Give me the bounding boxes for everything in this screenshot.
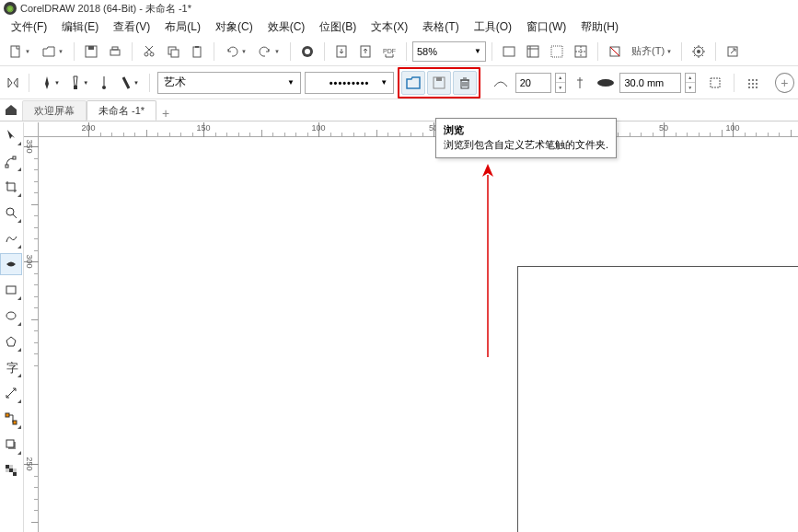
connector-tool[interactable] — [0, 408, 22, 430]
tab-welcome[interactable]: 欢迎屏幕 — [22, 100, 87, 121]
svg-point-12 — [305, 49, 310, 54]
svg-rect-49 — [6, 440, 14, 447]
calligraphic-icon[interactable]: ▼ — [116, 72, 141, 94]
fullscreen-button[interactable] — [498, 40, 520, 63]
launch-button[interactable] — [722, 40, 744, 63]
zoom-tool[interactable] — [0, 202, 22, 224]
guidelines-button[interactable] — [570, 40, 592, 63]
home-icon[interactable] — [4, 102, 18, 117]
import-button[interactable] — [330, 40, 353, 63]
svg-point-39 — [756, 87, 758, 88]
bounding-box-icon[interactable] — [705, 72, 726, 94]
width-icon — [595, 72, 616, 94]
open-button[interactable]: ▼ — [37, 40, 68, 63]
save-button[interactable] — [80, 40, 102, 63]
toolbox: 字 — [0, 122, 24, 532]
drop-shadow-tool[interactable] — [0, 434, 22, 456]
menu-file[interactable]: 文件(F) — [4, 17, 54, 37]
rectangle-tool[interactable] — [0, 279, 22, 301]
export-button[interactable] — [354, 40, 376, 63]
preset-stroke-icon[interactable]: ▼ — [37, 72, 62, 94]
tab-document[interactable]: 未命名 -1* — [87, 100, 156, 121]
svg-rect-0 — [11, 46, 19, 57]
search-button[interactable] — [296, 40, 318, 63]
menu-effect[interactable]: 效果(C) — [260, 17, 313, 37]
publish-pdf-button[interactable]: PDF — [378, 40, 400, 63]
menu-help[interactable]: 帮助(H) — [573, 17, 626, 37]
menu-window[interactable]: 窗口(W) — [519, 17, 573, 37]
paste-button[interactable] — [186, 40, 208, 63]
svg-rect-27 — [436, 77, 442, 81]
freehand-tool[interactable] — [0, 227, 22, 249]
menu-edit[interactable]: 编辑(E) — [54, 17, 106, 37]
crop-tool[interactable] — [0, 176, 22, 198]
app-icon: ◉ — [4, 2, 17, 15]
smoothing-input[interactable]: 20 — [515, 73, 551, 93]
browse-button[interactable] — [401, 71, 425, 95]
copy-button[interactable] — [162, 40, 184, 63]
mirror-horizontal-icon[interactable] — [4, 72, 21, 94]
pick-tool[interactable] — [0, 124, 22, 146]
menu-table[interactable]: 表格(T) — [415, 17, 466, 37]
zoom-level-combo[interactable]: 58%▼ — [412, 41, 486, 62]
artistic-media-tool[interactable] — [0, 253, 22, 275]
canvas[interactable] — [39, 137, 798, 532]
menu-bitmap[interactable]: 位图(B) — [312, 17, 364, 37]
tooltip: 浏览 浏览到包含自定义艺术笔触的文件夹. — [435, 118, 617, 158]
svg-point-29 — [597, 79, 614, 87]
cut-button[interactable] — [138, 40, 160, 63]
svg-rect-55 — [6, 468, 9, 472]
save-preset-button[interactable] — [427, 71, 451, 95]
new-button[interactable]: ▼ — [4, 40, 35, 63]
parallel-dim-tool[interactable] — [0, 382, 22, 404]
tooltip-body: 浏览到包含自定义艺术笔触的文件夹. — [444, 138, 608, 152]
redo-button[interactable]: ▼ — [253, 40, 284, 63]
smoothing-icon — [490, 72, 511, 94]
menu-layout[interactable]: 布局(L) — [157, 17, 208, 37]
menu-view[interactable]: 查看(V) — [106, 17, 157, 37]
text-tool[interactable]: 字 — [0, 356, 22, 378]
stroke-style-combo[interactable]: •••••••••▼ — [305, 72, 394, 94]
snap-off-button[interactable] — [604, 40, 626, 63]
polygon-tool[interactable] — [0, 330, 22, 353]
print-button[interactable] — [104, 40, 126, 63]
ellipse-tool[interactable] — [0, 305, 22, 327]
delete-preset-button[interactable] — [453, 71, 477, 95]
horizontal-ruler[interactable]: 20015010050050100 — [24, 122, 798, 137]
snap-button[interactable]: 贴齐(T)▼ — [628, 40, 676, 63]
preset-category-combo[interactable]: 艺术▼ — [157, 72, 301, 94]
grid-button[interactable] — [546, 40, 568, 63]
svg-point-35 — [752, 83, 754, 85]
menu-tools[interactable]: 工具(O) — [467, 17, 519, 37]
new-tab-button[interactable]: + — [156, 106, 175, 121]
smoothing-spinner[interactable]: ▲▼ — [555, 73, 566, 93]
vertical-ruler[interactable]: 350300250 — [24, 137, 39, 532]
menu-object[interactable]: 对象(C) — [208, 17, 260, 37]
sprayer-icon[interactable] — [95, 72, 112, 94]
ruler-corner[interactable] — [24, 122, 39, 137]
svg-rect-16 — [503, 47, 515, 56]
transparency-tool[interactable] — [0, 459, 22, 481]
shape-tool[interactable] — [0, 150, 22, 172]
scale-stroke-icon[interactable] — [742, 72, 763, 94]
undo-button[interactable]: ▼ — [220, 40, 251, 63]
rulers-button[interactable] — [522, 40, 544, 63]
svg-rect-2 — [88, 46, 94, 50]
svg-point-25 — [102, 86, 106, 89]
svg-rect-46 — [6, 413, 9, 417]
width-spinner[interactable]: ▲▼ — [685, 73, 696, 93]
options-button[interactable] — [688, 40, 710, 63]
tooltip-title: 浏览 — [444, 123, 608, 137]
svg-rect-24 — [74, 86, 77, 89]
svg-rect-17 — [527, 46, 538, 57]
page — [517, 266, 798, 532]
smoothing-slider-icon[interactable] — [570, 72, 591, 94]
width-input[interactable]: 30.0 mm — [619, 73, 680, 93]
svg-point-38 — [752, 87, 754, 88]
menu-bar: 文件(F) 编辑(E) 查看(V) 布局(L) 对象(C) 效果(C) 位图(B… — [0, 17, 798, 37]
add-preset-button[interactable]: + — [775, 73, 794, 93]
brush-icon[interactable]: ▼ — [66, 72, 91, 94]
menu-text[interactable]: 文本(X) — [364, 17, 415, 37]
svg-rect-4 — [112, 47, 118, 50]
svg-point-42 — [6, 208, 14, 215]
